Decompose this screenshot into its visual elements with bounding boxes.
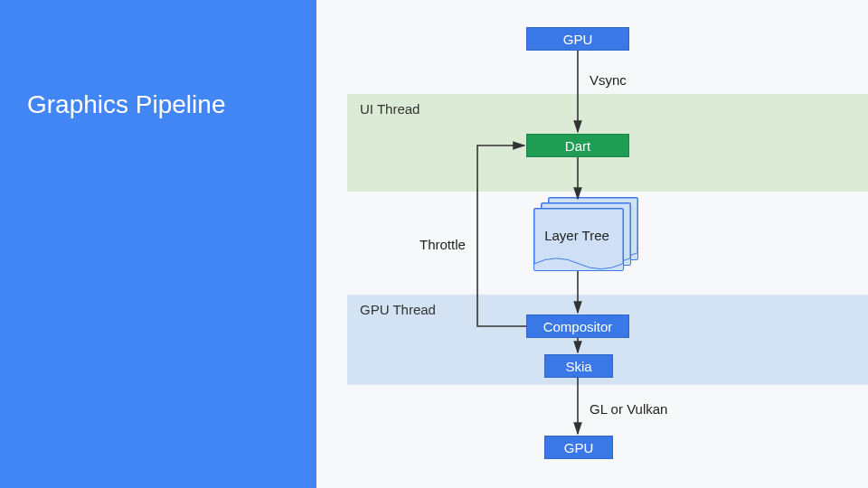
gpu-bottom-box: GPU: [544, 436, 613, 459]
layer-tree-label: Layer Tree: [532, 228, 622, 243]
compositor-box: Compositor: [526, 314, 629, 338]
dart-box: Dart: [526, 134, 629, 157]
slide-title: Graphics Pipeline: [27, 90, 225, 119]
gl-vulkan-label: GL or Vulkan: [590, 401, 667, 417]
skia-box: Skia: [544, 354, 613, 378]
throttle-label: Throttle: [420, 237, 466, 252]
vsync-label: Vsync: [590, 72, 627, 88]
gpu-top-box: GPU: [526, 27, 629, 51]
diagram-canvas: UI Thread GPU Thread GPU Dart Compositor…: [316, 0, 868, 488]
layer-tree-stack: Layer Tree: [535, 206, 626, 273]
sidebar: Graphics Pipeline: [0, 0, 316, 488]
